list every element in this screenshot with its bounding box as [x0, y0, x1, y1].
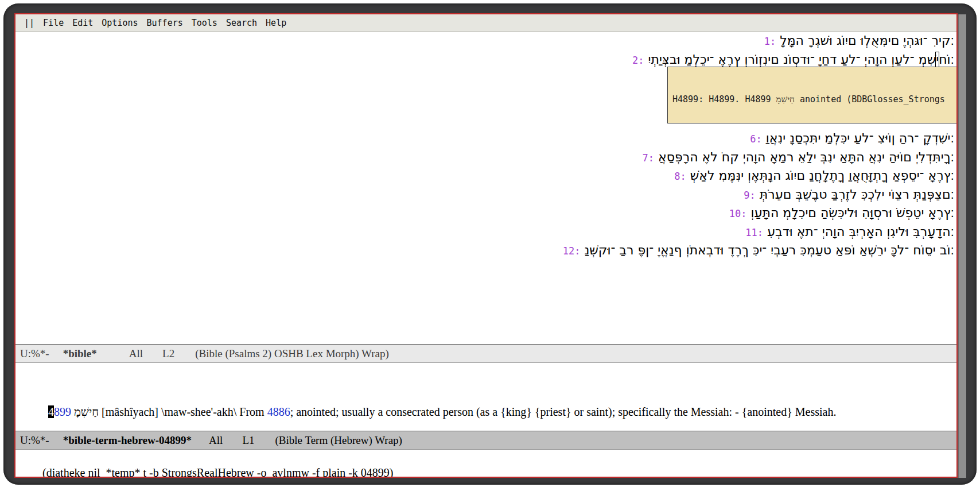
window-frame: ||FileEditOptionsBuffersToolsSearchHelp …: [3, 3, 977, 485]
text-cursor: 4: [48, 405, 54, 418]
lexicon-buffer[interactable]: 4899 מָשִׁיחַ [mâshîyach] \maw-shee'-akh…: [15, 363, 956, 431]
verse-hebrew-text[interactable]: יִתְיַצְּבוּ מַלְכֵי־ אֶרֶץ וְרוֹזְנִים …: [648, 52, 954, 67]
verse-hebrew-text[interactable]: לָמָּה רָגְשׁוּ גוֹיִם וּלְאֻמִּים יֶהְג…: [780, 33, 954, 48]
verse-hebrew-text[interactable]: שְׁאַל מִמֶּנִּי וְאֶתְּנָה גוֹיִם נַחֲל…: [690, 168, 954, 183]
lexicon-gloss: ; anointed; usually a consecrated person…: [290, 405, 837, 418]
verse-line[interactable]: 7:אֲסַפְּרָה אֶל חֹק יְהוָה אָמַר אֵלַי …: [15, 150, 954, 169]
verse-line[interactable]: 12:נַשְּׁקוּ־ בַר פֶּן־ יֶאֱנַף וְתֹאבְד…: [15, 243, 954, 262]
verse-line[interactable]: 10:וְעַתָּה מְלָכִים הַשְׂכִּילוּ הִוָּס…: [15, 206, 954, 225]
verse-hebrew-text[interactable]: תְּרֹעֵם בְּשֵׁבֶט בַּרְזֶל כִּכְלִי יוֹ…: [760, 187, 954, 202]
menu-bar: ||FileEditOptionsBuffersToolsSearchHelp: [15, 14, 956, 32]
modeline-mode-list: (Bible Term (Hebrew) Wrap): [275, 434, 402, 447]
verse-number: 1:: [764, 36, 776, 47]
diatheke-command-text: (diatheke nil *temp* t -b StrongsRealHeb…: [42, 466, 394, 478]
menu-bar-glyph[interactable]: ||: [24, 18, 34, 28]
lexicon-headword: מָשִׁיחַ [mâshîyach] \maw-shee'-akh\ Fro…: [71, 405, 267, 418]
verse-line[interactable]: 6:וַאֲנִי נָסַכְתִּי מַלְכִּי עַל־ צִיּו…: [15, 131, 954, 150]
modeline-buffer-name: *bible-term-hebrew-04899*: [63, 434, 192, 447]
modeline-flags: U:%*-: [20, 434, 49, 447]
verse-number: 12:: [563, 245, 581, 257]
modeline-line-number: L2: [162, 347, 174, 360]
verse-number: 9:: [744, 190, 755, 201]
modeline-flags: U:%*-: [20, 347, 49, 360]
modeline-mode-list: (Bible (Psalms 2) OSHB Lex Morph) Wrap): [195, 347, 389, 360]
verse-hebrew-text[interactable]: וְעַתָּה מְלָכִים הַשְׂכִּילוּ הִוָּסְרו…: [751, 206, 954, 220]
minibuffer-echo-area[interactable]: (diatheke nil *temp* t -b StrongsRealHeb…: [15, 450, 956, 477]
emacs-frame: ||FileEditOptionsBuffersToolsSearchHelp …: [14, 13, 958, 478]
modeline-scroll-indicator: All: [129, 347, 143, 360]
verse-number: 8:: [674, 171, 686, 182]
modeline-bible-term: U:%*- *bible-term-hebrew-04899* All L1 (…: [15, 431, 956, 450]
menu-edit[interactable]: Edit: [72, 18, 93, 28]
verse-hebrew-text[interactable]: וַאֲנִי נָסַכְתִּי מַלְכִּי עַל־ צִיּוֹן…: [766, 131, 954, 145]
lexicon-tooltip: H4899: H4899. H4899 מָשִׁיחַ anointed (B…: [667, 67, 956, 123]
strongs-number-link-4886[interactable]: 4886: [267, 405, 290, 418]
modeline-line-number: L1: [242, 434, 254, 447]
tooltip-line: H4899: H4899. H4899 מָשִׁיחַ anointed (B…: [672, 94, 956, 106]
menu-tools[interactable]: Tools: [192, 18, 217, 28]
strongs-number-link-4899[interactable]: 899: [54, 405, 71, 418]
menu-options[interactable]: Options: [102, 18, 138, 28]
menu-help[interactable]: Help: [266, 18, 286, 28]
verse-hebrew-text[interactable]: עִבְדוּ אֶת־ יְהוָה בְּיִרְאָה וְגִילוּ …: [767, 225, 954, 239]
verse-number: 11:: [745, 227, 763, 238]
verse-line[interactable]: 8:שְׁאַל מִמֶּנִּי וְאֶתְּנָה גוֹיִם נַח…: [15, 168, 954, 187]
desktop-background: ||FileEditOptionsBuffersToolsSearchHelp …: [0, 0, 980, 487]
verse-number: 7:: [643, 152, 654, 164]
modeline-scroll-indicator: All: [209, 434, 223, 447]
verse-hebrew-text[interactable]: נַשְּׁקוּ־ בַר פֶּן־ יֶאֱנַף וְתֹאבְדוּ …: [584, 243, 954, 257]
right-scrollbar[interactable]: [958, 14, 966, 478]
bible-buffer[interactable]: 1:לָמָּה רָגְשׁוּ גוֹיִם וּלְאֻמִּים יֶה…: [15, 32, 956, 344]
menu-file[interactable]: File: [43, 18, 64, 28]
verse-line[interactable]: 9:תְּרֹעֵם בְּשֵׁבֶט בַּרְזֶל כִּכְלִי י…: [15, 187, 954, 206]
verse-number: 6:: [750, 133, 761, 145]
verse-hebrew-text[interactable]: אֲסַפְּרָה אֶל חֹק יְהוָה אָמַר אֵלַי בְ…: [658, 150, 954, 164]
modeline-bible: U:%*- *bible* All L2 (Bible (Psalms 2) O…: [15, 344, 956, 363]
menu-buffers[interactable]: Buffers: [147, 18, 183, 28]
verse-number: 10:: [729, 208, 747, 219]
strongs-definition-line: 4899 מָשִׁיחַ [mâshîyach] \maw-shee'-akh…: [20, 392, 953, 432]
menu-search[interactable]: Search: [226, 18, 257, 28]
verse-number: 2:: [632, 55, 644, 66]
verse-line[interactable]: 1:לָמָּה רָגְשׁוּ גוֹיִם וּלְאֻמִּים יֶה…: [15, 33, 954, 52]
verse-line[interactable]: 11:עִבְדוּ אֶת־ יְהוָה בְּיִרְאָה וְגִיל…: [15, 225, 954, 244]
modeline-buffer-name: *bible*: [63, 347, 97, 360]
